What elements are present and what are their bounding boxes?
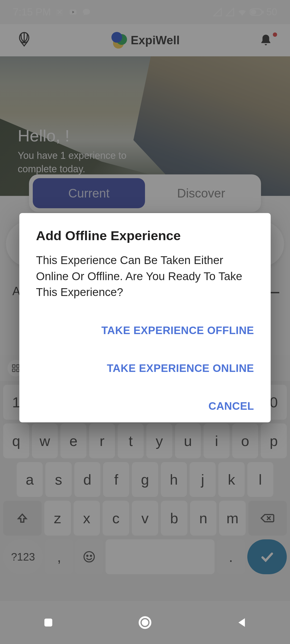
take-offline-button[interactable]: TAKE EXPERIENCE OFFLINE [101, 324, 254, 336]
dialog-actions: TAKE EXPERIENCE OFFLINE TAKE EXPERIENCE … [36, 324, 254, 414]
svg-rect-12 [44, 619, 52, 626]
nav-back-button[interactable] [233, 614, 250, 631]
nav-home-button[interactable] [136, 614, 154, 631]
take-online-button[interactable]: TAKE EXPERIENCE ONLINE [107, 362, 254, 374]
nav-recent-button[interactable] [40, 614, 57, 631]
dialog-body: This Experience Can Be Taken Either Onli… [36, 252, 254, 300]
svg-point-14 [143, 620, 147, 625]
dialog-title: Add Offline Experience [36, 228, 254, 243]
system-nav-bar [0, 601, 290, 644]
add-offline-experience-dialog: Add Offline Experience This Experience C… [19, 213, 271, 422]
cancel-button[interactable]: CANCEL [208, 400, 254, 412]
